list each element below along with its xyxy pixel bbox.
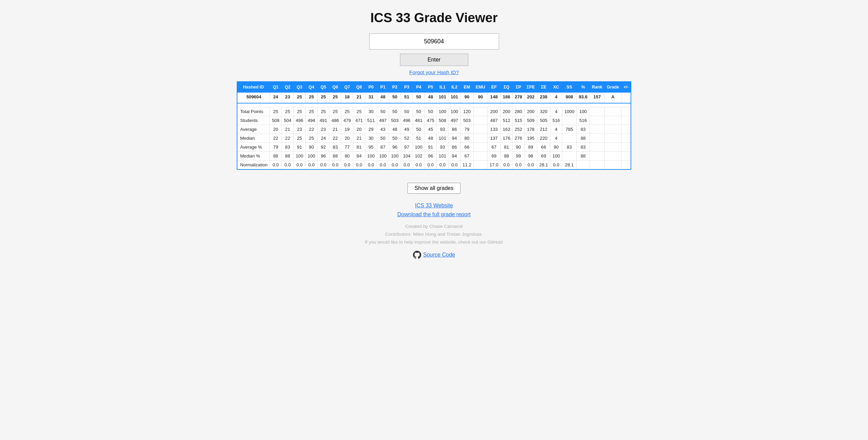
table-header-cell: EMU (473, 82, 487, 93)
table-row: Median2222252524222021305050525148101948… (237, 134, 631, 143)
stats-cell: 0.0 (305, 161, 317, 170)
stats-cell: 0.0 (377, 161, 389, 170)
stats-cell: 79 (270, 143, 282, 152)
stats-cell: 30 (365, 107, 377, 116)
stats-cell: 0.0 (270, 161, 282, 170)
stats-cell: 20 (341, 134, 353, 143)
stats-cell (621, 107, 631, 116)
stats-cell: 0.0 (449, 161, 460, 170)
stats-cell (473, 152, 487, 161)
stats-cell: 96 (425, 152, 437, 161)
stats-cell: 92 (317, 143, 329, 152)
student-data-cell: 202 (524, 93, 537, 104)
stats-cell: 497 (449, 116, 460, 125)
student-data-cell: 93.6 (577, 93, 590, 104)
stats-cell: 486 (329, 116, 341, 125)
stats-cell: 23 (293, 125, 305, 134)
table-header-cell: SS (562, 82, 577, 93)
stats-cell: 66 (537, 143, 550, 152)
hash-id-input[interactable] (369, 33, 499, 50)
stats-cell: 104 (401, 152, 413, 161)
stats-cell (605, 143, 621, 152)
stats-cell: 4 (550, 125, 562, 134)
stats-cell: 50 (413, 107, 425, 116)
stats-cell: 475 (425, 116, 437, 125)
table-header-cell: EF (487, 82, 501, 93)
student-data-cell: 48 (377, 93, 389, 104)
stats-cell: 200 (500, 107, 512, 116)
stats-cell: 487 (487, 116, 501, 125)
stats-cell (473, 161, 487, 170)
stats-cell: 91 (293, 143, 305, 152)
stats-cell: 22 (270, 134, 282, 143)
table-row: Students50850449649449148647947151149750… (237, 116, 631, 125)
stats-cell: 176 (500, 134, 512, 143)
stats-cell: 29 (365, 125, 377, 134)
ics-website-link[interactable]: ICS 33 Website (168, 203, 701, 209)
stats-cell: 496 (293, 116, 305, 125)
stats-cell: 88 (500, 152, 512, 161)
stats-cell: 95 (365, 143, 377, 152)
stats-cell (605, 107, 621, 116)
stats-cell: 89 (524, 143, 537, 152)
stats-cell: 25 (305, 134, 317, 143)
student-data-cell: 25 (305, 93, 317, 104)
stats-cell (621, 125, 631, 134)
stats-cell: 252 (512, 125, 524, 134)
table-header-cell: IL2 (449, 82, 460, 93)
stats-cell (621, 152, 631, 161)
stats-cell: 50 (377, 107, 389, 116)
stats-cell: 508 (270, 116, 282, 125)
stats-cell: 25 (317, 107, 329, 116)
student-data-cell: 101 (437, 93, 449, 104)
stats-cell: 491 (317, 116, 329, 125)
table-header-cell: P2 (389, 82, 401, 93)
stats-cell: 102 (413, 152, 425, 161)
stats-cell: 497 (377, 116, 389, 125)
stats-cell (562, 134, 577, 143)
stats-cell (621, 116, 631, 125)
stats-cell: 24 (317, 134, 329, 143)
student-data-cell: 908 (562, 93, 577, 104)
stats-cell: 80 (341, 152, 353, 161)
stats-cell: 4 (550, 134, 562, 143)
stats-cell: 77 (341, 143, 353, 152)
table-row: Median %88881001009688808410010010010410… (237, 152, 631, 161)
stats-cell: 0.0 (512, 161, 524, 170)
student-data-cell: 21 (353, 93, 365, 104)
stats-cell: 195 (524, 134, 537, 143)
stats-cell: Average % (237, 143, 270, 152)
stats-cell (590, 143, 604, 152)
stats-cell: 785 (562, 125, 577, 134)
enter-button[interactable]: Enter (400, 54, 468, 66)
stats-cell: 212 (537, 125, 550, 134)
stats-cell: 481 (413, 116, 425, 125)
table-header-cell: P3 (401, 82, 413, 93)
download-grade-report-link[interactable]: Download the full grade report (168, 211, 701, 218)
student-data-cell: 51 (401, 93, 413, 104)
stats-cell (473, 143, 487, 152)
show-all-grades-button[interactable]: Show all grades (408, 183, 461, 194)
forgot-hash-link[interactable]: Forgot your Hash ID? (168, 69, 701, 75)
stats-cell: 0.0 (389, 161, 401, 170)
stats-cell: 0.0 (413, 161, 425, 170)
stats-cell (605, 116, 621, 125)
stats-cell: 11.2 (460, 161, 474, 170)
stats-cell: 50 (377, 134, 389, 143)
stats-cell (590, 134, 604, 143)
stats-cell (473, 125, 487, 134)
stats-cell: 503 (460, 116, 474, 125)
stats-cell: 0.0 (425, 161, 437, 170)
grades-table: Hashed IDQ1Q2Q3Q4Q5Q6Q7Q8P0P1P2P3P4P5IL1… (237, 81, 631, 170)
stats-cell: 98 (524, 152, 537, 161)
stats-cell: 52 (401, 134, 413, 143)
source-code-link[interactable]: Source Code (413, 251, 455, 259)
stats-cell: 22 (281, 134, 293, 143)
stats-cell: 51 (413, 134, 425, 143)
stats-cell (562, 152, 577, 161)
stats-cell: 21 (329, 125, 341, 134)
stats-cell: 280 (512, 107, 524, 116)
table-header-cell: EM (460, 82, 474, 93)
stats-cell: 503 (389, 116, 401, 125)
stats-cell: Normalization (237, 161, 270, 170)
